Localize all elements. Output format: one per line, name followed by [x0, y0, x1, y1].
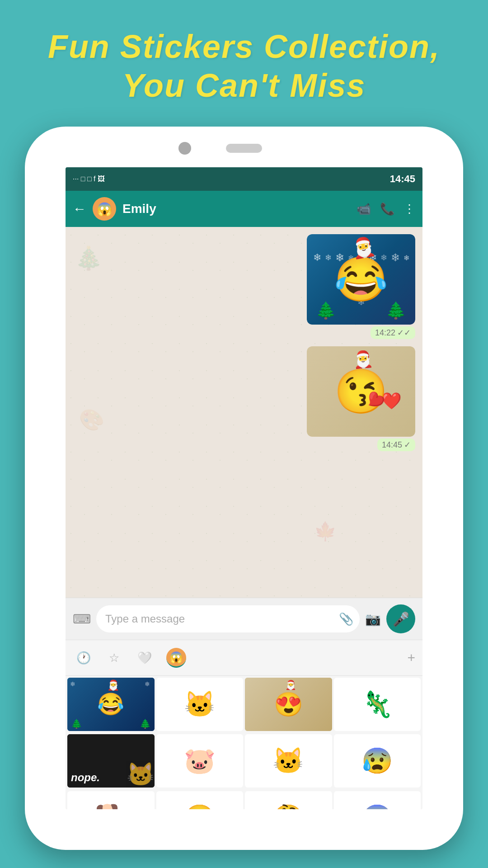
- app-header: ← 😱 Emily 📹 📞 ⋮: [66, 191, 422, 227]
- chat-area: 🎄 🌺 🎨 🍁 ❄ ❄ ❄: [66, 227, 422, 598]
- mic-button[interactable]: 🎤: [386, 604, 415, 633]
- sticker-img-2: 😘 🎅 ❤️: [307, 346, 415, 437]
- sticker-2[interactable]: 🐱: [156, 678, 244, 731]
- sticker-12[interactable]: 😱: [334, 791, 421, 809]
- status-icons: ··· □ □ f 🖼: [73, 175, 105, 183]
- doodle-4: 🍁: [314, 521, 337, 542]
- sticker-grid: 😂 🎅 🌲 🌲 ❄ ❄ 🐱 😍 🎅 🦎: [66, 676, 422, 809]
- title-line1: Fun Stickers Collection,: [48, 28, 440, 65]
- status-bar: ··· □ □ f 🖼 14:45: [66, 167, 422, 191]
- message-input-container: Type a message 📎: [96, 605, 360, 632]
- sticker-bubble-1: ❄ ❄ ❄ ❄ ❄ ❄ ❄ ❄ ❄ ❄: [307, 234, 415, 325]
- message-2-time: 14:45 ✓: [377, 439, 415, 451]
- sticker-3[interactable]: 😍 🎅: [245, 678, 332, 731]
- status-notifications: ··· □ □ f 🖼: [73, 175, 105, 183]
- title-line2: You Can't Miss: [122, 67, 366, 104]
- sticker-img-1: ❄ ❄ ❄ ❄ ❄ ❄ ❄ ❄ ❄ ❄: [307, 234, 415, 325]
- phone-speaker: [226, 144, 262, 153]
- sticker-6[interactable]: 🐷: [156, 734, 244, 788]
- emoji-sticker-1: ❄ ❄ ❄ ❄ ❄ ❄ ❄ ❄ ❄ ❄: [307, 234, 415, 325]
- message-input-area: ⌨ Type a message 📎 📷 🎤: [66, 598, 422, 640]
- camera-icon[interactable]: 📷: [365, 612, 381, 627]
- back-button[interactable]: ←: [73, 201, 86, 217]
- message-1-time: 14:22 ✓✓: [371, 326, 415, 339]
- attach-icon[interactable]: 📎: [339, 612, 353, 626]
- message-1: ❄ ❄ ❄ ❄ ❄ ❄ ❄ ❄ ❄ ❄: [73, 234, 415, 339]
- status-time: 14:45: [390, 173, 415, 185]
- sticker-7[interactable]: 🐱: [245, 734, 332, 788]
- tab-heart[interactable]: 🤍: [134, 647, 155, 669]
- sticker-bubble-2: 😘 🎅 ❤️: [307, 346, 415, 437]
- phone-camera: [178, 142, 191, 155]
- tab-recent[interactable]: 🕐: [73, 647, 94, 669]
- contact-name: Emily: [122, 202, 350, 216]
- add-pack-icon[interactable]: +: [407, 650, 415, 665]
- keyboard-icon[interactable]: ⌨: [73, 612, 91, 627]
- sticker-10[interactable]: 😢: [156, 791, 244, 809]
- message-2: 😘 🎅 ❤️ 14:45 ✓: [73, 346, 415, 451]
- tab-favorites[interactable]: ☆: [105, 647, 123, 669]
- message-input[interactable]: Type a message: [96, 605, 360, 632]
- phone-mockup: ··· □ □ f 🖼 14:45 ← 😱 Emily 📹 📞 ⋮ 🎄 🌺: [25, 127, 463, 850]
- sticker-1[interactable]: 😂 🎅 🌲 🌲 ❄ ❄: [67, 678, 155, 731]
- sticker-11[interactable]: 🤔: [245, 791, 332, 809]
- sticker-5[interactable]: nope. 🐱: [67, 734, 155, 788]
- emoji-sticker-2: 😘 🎅 ❤️: [307, 346, 415, 437]
- contact-avatar[interactable]: 😱: [93, 197, 116, 221]
- sticker-9[interactable]: 🐕: [67, 791, 155, 809]
- chat-messages: ❄ ❄ ❄ ❄ ❄ ❄ ❄ ❄ ❄ ❄: [73, 234, 415, 451]
- header-action-icons: 📹 📞 ⋮: [357, 202, 415, 216]
- video-call-icon[interactable]: 📹: [357, 202, 371, 216]
- phone-call-icon[interactable]: 📞: [380, 202, 394, 216]
- page-title: Fun Stickers Collection, You Can't Miss: [0, 0, 488, 119]
- sticker-4[interactable]: 🦎: [334, 678, 421, 731]
- sticker-tabs: 🕐 ☆ 🤍 😱 +: [66, 640, 422, 676]
- phone-screen: ··· □ □ f 🖼 14:45 ← 😱 Emily 📹 📞 ⋮ 🎄 🌺: [66, 167, 422, 809]
- sticker-8[interactable]: 😰: [334, 734, 421, 788]
- more-options-icon[interactable]: ⋮: [404, 202, 415, 216]
- tab-pack1[interactable]: 😱: [166, 648, 186, 668]
- message-placeholder: Type a message: [105, 613, 185, 625]
